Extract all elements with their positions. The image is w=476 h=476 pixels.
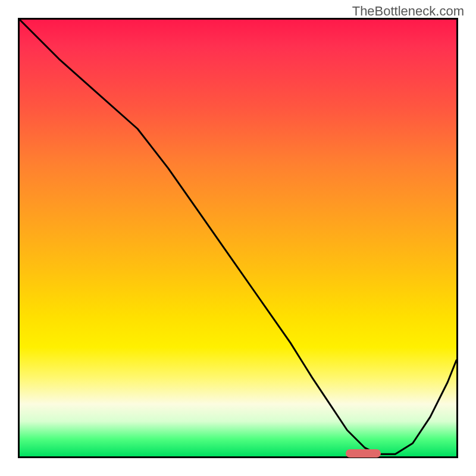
- optimum-marker: [346, 449, 381, 458]
- plot-area: [18, 18, 458, 458]
- watermark-text: TheBottleneck.com: [352, 4, 464, 19]
- curve-svg: [20, 20, 456, 456]
- curve-line: [20, 20, 456, 454]
